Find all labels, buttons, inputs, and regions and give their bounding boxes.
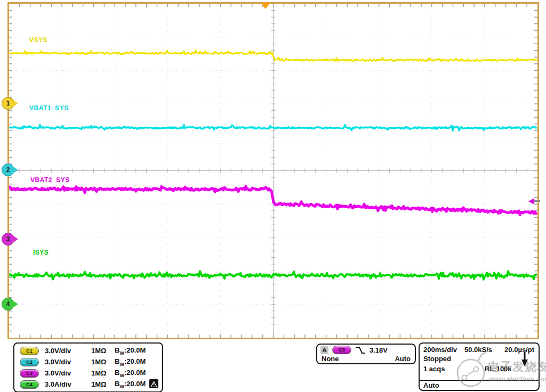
acquisition-mode: Auto — [423, 381, 439, 389]
trigger-bus-a: A — [320, 346, 328, 354]
trace-label-vbat2-sys: VBAT2_SYS — [30, 176, 70, 184]
record-length: RL:100k — [485, 365, 512, 373]
channel4-marker-arrow-icon — [13, 301, 18, 307]
trigger-level-value: 3.18V — [370, 346, 388, 354]
channel4-badge[interactable]: C4 — [20, 380, 39, 389]
channel4-position-marker[interactable]: 4 — [2, 298, 14, 311]
channel2-marker-label: 2 — [6, 166, 10, 174]
channel2-bandwidth: BW:20.0M — [115, 357, 146, 367]
trigger-holdoff: None — [322, 355, 339, 363]
trace-label-vsys: VSYS — [29, 36, 47, 44]
timebase-separator — [420, 380, 539, 381]
channel3-badge[interactable]: C3 — [20, 369, 39, 378]
channel1-badge[interactable]: C1 — [20, 347, 39, 355]
channel2-readout-row: C2 3.0V/div 1MΩ BW:20.0M — [14, 356, 162, 368]
trigger-source-badge: C3 — [332, 346, 351, 354]
trigger-row-mode: None Auto — [317, 354, 415, 363]
waveform-traces — [9, 4, 537, 338]
channel3-marker-arrow-icon — [13, 236, 18, 242]
down-arrow-icon — [521, 352, 528, 366]
channel4-readout-row: C4 3.0A/div 1MΩ BW:20.0M — [14, 379, 162, 390]
trigger-readout-box[interactable]: A C3 3.18V None Auto — [316, 344, 416, 364]
timebase-scale: 200ms/div — [423, 346, 457, 354]
channel3-impedance: 1MΩ — [91, 369, 115, 377]
channel1-marker-arrow-icon — [13, 100, 18, 107]
channel2-impedance: 1MΩ — [91, 358, 115, 366]
trigger-position-marker-icon[interactable] — [261, 3, 270, 9]
trigger-row-source: A C3 3.18V — [317, 345, 415, 354]
channel2-position-marker[interactable]: 2 — [2, 164, 14, 176]
channel1-marker-label: 1 — [6, 100, 10, 107]
channel3-marker-label: 3 — [6, 235, 10, 243]
falling-edge-icon — [355, 346, 366, 354]
channel1-bandwidth: BW:20.0M — [115, 346, 146, 356]
trace-label-isys: ISYS — [33, 249, 49, 256]
channel4-impedance: 1MΩ — [91, 380, 115, 388]
channel1-readout-row: C1 3.0V/div 1MΩ BW:20.0M — [14, 345, 162, 356]
channel3-readout-row: C3 3.0V/div 1MΩ BW:20.0M — [14, 368, 162, 379]
acquisition-count: 1 acqs — [423, 365, 445, 373]
sample-rate: 50.0kS/s — [464, 346, 492, 354]
channel-readout-box: C1 3.0V/div 1MΩ BW:20.0M C2 3.0V/div 1MΩ… — [13, 342, 163, 392]
trace-label-vbat1-sys: VBAT1_SYS — [29, 104, 69, 112]
timebase-readout-box[interactable]: 200ms/div 50.0kS/s 20.0µs/pt Stopped 1 a… — [419, 342, 540, 391]
acquisition-status: Stopped — [423, 355, 451, 363]
channel2-badge[interactable]: C2 — [20, 358, 39, 366]
trigger-level-arrow-tail — [534, 200, 540, 202]
oscilloscope-screen: 1 2 3 4 VSYS VBAT1_SYS VBAT2_SYS ISYS C1… — [0, 0, 546, 392]
channel1-impedance: 1MΩ — [91, 347, 115, 355]
channel1-scale: 3.0V/div — [45, 347, 91, 355]
channel3-scale: 3.0V/div — [45, 369, 91, 377]
trigger-mode: Auto — [395, 355, 411, 363]
channel4-bandwidth: BW:20.0M — [115, 380, 146, 389]
channel3-position-marker[interactable]: 3 — [2, 233, 14, 246]
channel4-scale: 3.0A/div — [45, 380, 91, 388]
channel4-marker-label: 4 — [6, 300, 10, 308]
channel2-scale: 3.0V/div — [45, 358, 91, 366]
channel3-bandwidth: BW:20.0M — [115, 369, 146, 378]
channel2-marker-arrow-icon — [13, 167, 18, 173]
channel1-position-marker[interactable]: 1 — [2, 97, 14, 110]
sample-resolution: 20.0µs/pt — [504, 346, 534, 354]
warning-icon — [149, 379, 158, 388]
